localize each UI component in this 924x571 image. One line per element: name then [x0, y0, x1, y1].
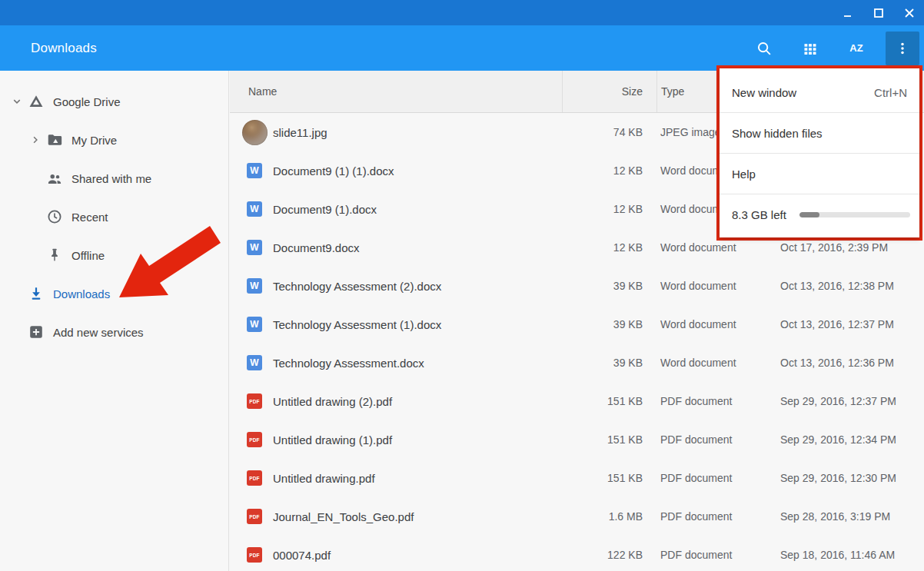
table-row[interactable]: PDFUntitled drawing (2).pdf151 KBPDF doc…: [230, 382, 924, 420]
grid-view-button[interactable]: [793, 32, 827, 65]
word-file-icon: W: [247, 278, 262, 294]
sidebar-item-label: Add new services: [53, 326, 144, 339]
table-row[interactable]: PDFJournal_EN_Tools_Geo.pdf1.6 MBPDF doc…: [230, 497, 924, 536]
file-name-cell: PDF000074.pdf: [230, 542, 562, 568]
menu-item-new-window[interactable]: New windowCtrl+N: [720, 72, 919, 112]
chevron-down-icon[interactable]: [9, 94, 25, 109]
word-file-icon: W: [247, 317, 262, 332]
table-row[interactable]: WTechnology Assessment (1).docx39 KBWord…: [230, 305, 924, 344]
menu-item-show-hidden-files[interactable]: Show hidden files: [720, 113, 919, 153]
file-name-cell: WTechnology Assessment (2).docx: [230, 273, 562, 299]
file-name-cell: WDocument9 (1).docx: [230, 196, 562, 222]
sidebar-item-label: Recent: [71, 211, 108, 224]
file-date: Sep 29, 2016, 12:37 PM: [777, 395, 924, 407]
file-name-cell: PDFJournal_EN_Tools_Geo.pdf: [230, 503, 562, 530]
shared-people-icon: [45, 169, 64, 188]
word-file-icon: W: [247, 240, 262, 255]
file-name: Technology Assessment (2).docx: [273, 280, 441, 293]
search-icon: [756, 40, 773, 57]
file-name: Untitled drawing.pdf: [273, 472, 375, 485]
maximize-button[interactable]: [867, 2, 890, 25]
file-icon-box: PDF: [241, 465, 268, 491]
file-name-cell: WDocument9 (1) (1).docx: [230, 158, 562, 184]
column-header-name[interactable]: Name: [230, 71, 562, 112]
header-actions: AZ: [747, 32, 924, 65]
file-icon-box: W: [241, 273, 268, 299]
sidebar-item-label: My Drive: [71, 134, 117, 147]
google-drive-icon: [27, 92, 45, 111]
file-date: Sep 28, 2016, 3:19 PM: [777, 510, 924, 523]
more-options-button[interactable]: [886, 32, 919, 65]
menu-item-label: New window: [732, 86, 796, 99]
file-size: 39 KB: [562, 318, 656, 330]
context-menu: New windowCtrl+NShow hidden filesHelp 8.…: [720, 68, 919, 237]
minimize-icon: [843, 8, 853, 18]
file-size: 12 KB: [562, 164, 656, 177]
file-name: Document9 (1) (1).docx: [273, 164, 394, 178]
close-button[interactable]: [898, 2, 921, 25]
offline-pin-icon: [45, 246, 64, 264]
file-name: Journal_EN_Tools_Geo.pdf: [273, 510, 414, 523]
pdf-file-icon: PDF: [247, 470, 262, 486]
file-name-cell: PDFUntitled drawing (1).pdf: [230, 427, 562, 453]
downloads-icon: [27, 284, 45, 303]
column-header-size[interactable]: Size: [562, 71, 656, 112]
file-date: Sep 18, 2016, 11:46 AM: [777, 549, 924, 561]
sidebar-item-google-drive[interactable]: Google Drive: [0, 82, 228, 121]
search-button[interactable]: [747, 32, 781, 65]
storage-progress-bar: [799, 212, 910, 217]
minimize-button[interactable]: [836, 2, 859, 25]
file-type: Word document: [656, 280, 777, 292]
file-icon-box: W: [241, 350, 268, 376]
sidebar-item-label: Google Drive: [53, 95, 121, 108]
chevron-spacer: [9, 324, 25, 340]
table-row[interactable]: PDFUntitled drawing.pdf151 KBPDF documen…: [230, 459, 924, 497]
sidebar-item-add-new-services[interactable]: Add new services: [0, 313, 228, 351]
file-name-cell: WTechnology Assessment (1).docx: [230, 311, 562, 337]
file-type: Word document: [656, 357, 777, 369]
file-size: 122 KB: [562, 549, 656, 561]
more-vertical-icon: [895, 41, 910, 56]
sidebar-item-shared-with-me[interactable]: Shared with me: [0, 159, 228, 198]
file-name: Technology Assessment.docx: [273, 357, 424, 370]
file-name-cell: WDocument9.docx: [230, 234, 562, 261]
file-icon-box: PDF: [241, 503, 268, 530]
file-name: Untitled drawing (2).pdf: [273, 395, 392, 408]
file-date: Sep 29, 2016, 12:34 PM: [777, 433, 924, 446]
file-size: 12 KB: [562, 203, 656, 215]
chevron-right-icon[interactable]: [28, 132, 43, 148]
table-row[interactable]: PDFUntitled drawing (1).pdf151 KBPDF doc…: [230, 420, 924, 459]
file-type: PDF document: [656, 395, 777, 407]
sort-az-icon: AZ: [849, 42, 863, 54]
sidebar-item-my-drive[interactable]: My Drive: [0, 121, 228, 159]
file-type: PDF document: [656, 510, 777, 523]
table-row[interactable]: WTechnology Assessment.docx39 KBWord doc…: [230, 344, 924, 382]
file-name: Document9 (1).docx: [273, 203, 377, 216]
file-size: 151 KB: [562, 433, 656, 446]
file-date: Oct 17, 2016, 2:39 PM: [777, 241, 924, 254]
recent-clock-icon: [45, 207, 64, 226]
storage-indicator: 8.3 GB left: [720, 194, 919, 234]
file-size: 1.6 MB: [562, 510, 656, 523]
sidebar-item-label: Offline: [71, 249, 105, 262]
maximize-icon: [873, 8, 884, 18]
storage-label: 8.3 GB left: [732, 208, 786, 221]
menu-item-help[interactable]: Help: [720, 154, 919, 194]
file-size: 151 KB: [562, 395, 656, 407]
file-name-cell: PDFUntitled drawing.pdf: [230, 465, 562, 491]
sort-az-button[interactable]: AZ: [839, 32, 873, 65]
word-file-icon: W: [247, 355, 262, 370]
word-file-icon: W: [247, 163, 262, 178]
file-name: slide11.jpg: [273, 126, 327, 139]
file-date: Oct 13, 2016, 12:36 PM: [777, 357, 924, 369]
close-icon: [904, 8, 915, 18]
table-row[interactable]: WTechnology Assessment (2).docx39 KBWord…: [230, 267, 924, 305]
sidebar: Google DriveMy DriveShared with meRecent…: [0, 71, 229, 571]
file-date: Oct 13, 2016, 12:37 PM: [777, 318, 924, 330]
menu-item-label: Help: [732, 168, 756, 181]
file-name: 000074.pdf: [273, 549, 331, 562]
annotation-arrow: [108, 219, 231, 307]
file-type: PDF document: [656, 549, 777, 561]
my-drive-folder-icon: [45, 131, 64, 149]
table-row[interactable]: PDF000074.pdf122 KBPDF documentSep 18, 2…: [230, 536, 924, 571]
